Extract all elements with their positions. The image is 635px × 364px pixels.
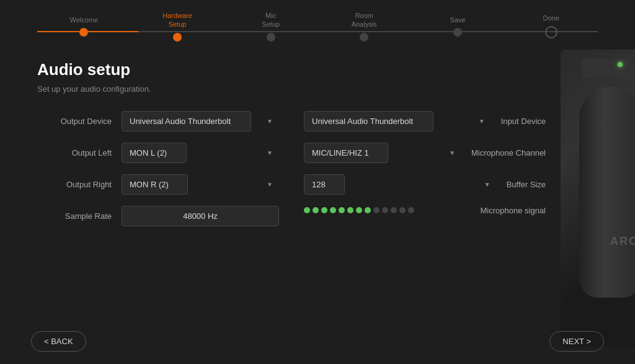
step-done-dot [545, 26, 557, 38]
output-left-row: Output Left MON L (2) [37, 143, 279, 163]
mic-indicator-light [618, 62, 623, 67]
input-device-row: Universal Audio Thunderbolt Input Device [304, 111, 546, 131]
step-room-dot [360, 33, 368, 42]
steps-container: Welcome HardwareSetup MicSetup RoomAnaly… [37, 11, 598, 42]
step-hardware-setup: HardwareSetup [131, 11, 224, 42]
output-left-select[interactable]: MON L (2) [122, 143, 187, 163]
progress-section: Welcome HardwareSetup MicSetup RoomAnaly… [0, 0, 635, 48]
page-subtitle: Set up your audio configuration. [37, 84, 598, 94]
sample-rate-input[interactable]: 48000 Hz [122, 206, 279, 226]
step-mic-label: MicSetup [262, 11, 280, 29]
output-left-label: Output Left [37, 148, 112, 158]
signal-dot-3 [321, 207, 327, 213]
output-right-wrapper[interactable]: MON R (2) [122, 174, 279, 195]
step-done: Done [504, 14, 598, 38]
mic-channel-select[interactable]: MIC/LINE/HIZ 1 [304, 143, 388, 163]
mic-body: ARC [579, 87, 635, 298]
step-room-label: RoomAnalysis [352, 11, 377, 29]
output-right-label: Output Right [37, 180, 112, 189]
mic-signal-row: Microphone signal [304, 206, 546, 215]
output-device-wrapper[interactable]: Universal Audio Thunderbolt [122, 111, 279, 131]
signal-dots [304, 207, 470, 213]
signal-dot-13 [408, 207, 414, 213]
signal-dot-7 [356, 207, 362, 213]
buffer-size-label: Buffer Size [507, 180, 546, 189]
step-hardware-label: HardwareSetup [162, 11, 192, 29]
next-button[interactable]: NEXT > [549, 331, 604, 352]
signal-dot-6 [347, 207, 353, 213]
step-done-label: Done [543, 14, 559, 22]
form-grid: Output Device Universal Audio Thunderbol… [37, 111, 546, 237]
step-room-analysis: RoomAnalysis [318, 11, 411, 42]
signal-dot-4 [330, 207, 336, 213]
step-welcome-label: Welcome [70, 16, 99, 24]
step-welcome-dot [79, 28, 88, 37]
step-welcome: Welcome [37, 16, 131, 37]
nav-buttons: < BACK NEXT > [0, 331, 635, 352]
buffer-size-select[interactable]: 128 [304, 174, 345, 195]
buffer-size-wrapper[interactable]: 128 [304, 174, 497, 195]
signal-dot-2 [313, 207, 319, 213]
mic-decoration: ARC [561, 50, 635, 347]
main-content: Audio setup Set up your audio configurat… [0, 48, 635, 250]
signal-dot-5 [339, 207, 345, 213]
mic-channel-wrapper[interactable]: MIC/LINE/HIZ 1 [304, 143, 461, 163]
signal-dot-11 [391, 207, 397, 213]
mic-channel-row: MIC/LINE/HIZ 1 Microphone Channel [304, 143, 546, 163]
step-mic-dot [267, 33, 275, 42]
input-device-label: Input Device [501, 117, 546, 126]
signal-dot-9 [373, 207, 380, 213]
left-column: Output Device Universal Audio Thunderbol… [37, 111, 279, 237]
mic-brand-text: ARC [610, 235, 635, 248]
step-save-label: Save [450, 16, 465, 24]
input-device-select[interactable]: Universal Audio Thunderbolt [304, 111, 433, 131]
mic-channel-label: Microphone Channel [471, 148, 546, 158]
mic-signal-label: Microphone signal [480, 206, 546, 215]
input-device-wrapper[interactable]: Universal Audio Thunderbolt [304, 111, 491, 131]
output-right-select[interactable]: MON R (2) [122, 174, 188, 195]
signal-dot-12 [399, 207, 406, 213]
step-mic-setup: MicSetup [224, 11, 318, 42]
output-device-row: Output Device Universal Audio Thunderbol… [37, 111, 279, 131]
page-title: Audio setup [37, 60, 598, 79]
signal-dot-1 [304, 207, 310, 213]
sample-rate-row: Sample Rate 48000 Hz [37, 206, 279, 226]
sample-rate-label: Sample Rate [37, 211, 112, 221]
signal-dot-10 [382, 207, 388, 213]
signal-dot-8 [365, 207, 371, 213]
buffer-size-row: 128 Buffer Size [304, 174, 546, 195]
output-left-wrapper[interactable]: MON L (2) [122, 143, 279, 163]
step-save: Save [411, 16, 505, 37]
output-device-label: Output Device [37, 117, 112, 126]
output-device-select[interactable]: Universal Audio Thunderbolt [122, 111, 251, 131]
output-right-row: Output Right MON R (2) [37, 174, 279, 195]
step-hardware-dot [173, 33, 182, 42]
mic-top [582, 59, 632, 78]
step-save-dot [453, 28, 462, 37]
back-button[interactable]: < BACK [31, 331, 86, 352]
right-column: Universal Audio Thunderbolt Input Device… [304, 111, 546, 237]
